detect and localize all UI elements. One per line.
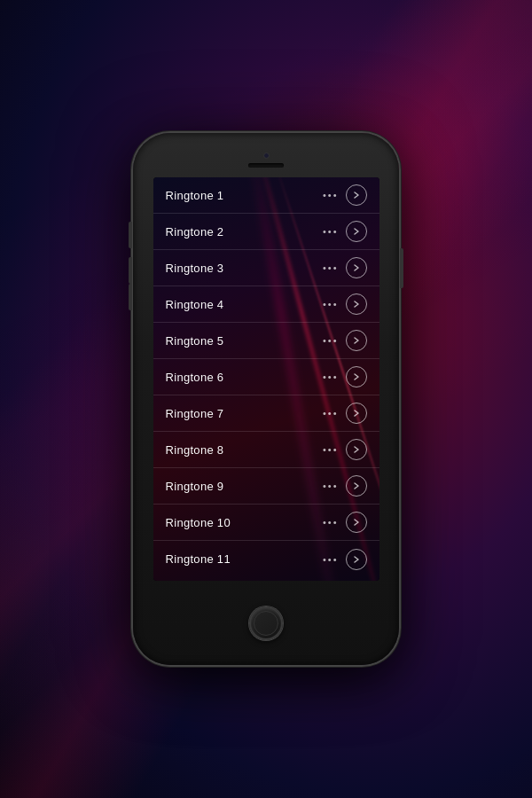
- list-item[interactable]: Ringtone 4•••: [153, 286, 379, 323]
- list-item[interactable]: Ringtone 11•••: [153, 541, 379, 577]
- ringtone-label: Ringtone 1: [166, 189, 224, 202]
- ringtone-label: Ringtone 8: [166, 443, 224, 457]
- list-item[interactable]: Ringtone 2•••: [153, 214, 379, 250]
- home-button[interactable]: [249, 606, 283, 640]
- item-right-controls: •••: [323, 475, 367, 497]
- more-dots-icon[interactable]: •••: [323, 262, 339, 273]
- play-button[interactable]: [346, 184, 367, 206]
- more-dots-icon[interactable]: •••: [323, 335, 339, 346]
- item-right-controls: •••: [323, 403, 367, 424]
- item-right-controls: •••: [323, 184, 367, 206]
- home-button-inner: [254, 611, 278, 636]
- item-right-controls: •••: [323, 257, 367, 278]
- ringtone-list: Ringtone 1••• Ringtone 2••• Ringtone 3••…: [153, 177, 379, 577]
- phone-top: [133, 133, 399, 177]
- more-dots-icon[interactable]: •••: [323, 444, 339, 455]
- ringtone-label: Ringtone 7: [166, 407, 224, 420]
- play-button[interactable]: [346, 549, 367, 570]
- phone-screen: Ringtone 1••• Ringtone 2••• Ringtone 3••…: [153, 177, 379, 581]
- list-item[interactable]: Ringtone 3•••: [153, 250, 379, 286]
- ringtone-label: Ringtone 2: [166, 225, 224, 239]
- more-dots-icon[interactable]: •••: [323, 372, 339, 382]
- camera-dot: [263, 153, 270, 159]
- item-right-controls: •••: [323, 330, 367, 351]
- speaker-slot: [248, 163, 284, 168]
- play-button[interactable]: [346, 475, 367, 497]
- play-button[interactable]: [346, 366, 367, 387]
- more-dots-icon[interactable]: •••: [323, 190, 339, 200]
- list-item[interactable]: Ringtone 8•••: [153, 432, 379, 468]
- ringtone-label: Ringtone 10: [166, 516, 231, 529]
- play-button[interactable]: [346, 257, 367, 278]
- more-dots-icon[interactable]: •••: [323, 226, 339, 237]
- play-button[interactable]: [346, 221, 367, 242]
- ringtone-label: Ringtone 6: [166, 371, 224, 384]
- item-right-controls: •••: [323, 366, 367, 387]
- item-right-controls: •••: [323, 549, 367, 570]
- more-dots-icon[interactable]: •••: [323, 299, 339, 309]
- ringtone-label: Ringtone 4: [166, 298, 224, 311]
- ringtone-label: Ringtone 11: [166, 552, 231, 566]
- ringtone-label: Ringtone 3: [166, 262, 224, 275]
- play-button[interactable]: [346, 439, 367, 460]
- ringtone-label: Ringtone 5: [166, 334, 224, 348]
- list-item[interactable]: Ringtone 7•••: [153, 395, 379, 432]
- list-item[interactable]: Ringtone 6•••: [153, 359, 379, 395]
- play-button[interactable]: [346, 330, 367, 351]
- item-right-controls: •••: [323, 439, 367, 460]
- play-button[interactable]: [346, 512, 367, 533]
- item-right-controls: •••: [323, 293, 367, 315]
- ringtone-label: Ringtone 9: [166, 480, 224, 493]
- item-right-controls: •••: [323, 512, 367, 533]
- more-dots-icon[interactable]: •••: [323, 408, 339, 419]
- list-item[interactable]: Ringtone 10•••: [153, 505, 379, 541]
- list-item[interactable]: Ringtone 9•••: [153, 468, 379, 505]
- play-button[interactable]: [346, 293, 367, 315]
- screen-background: Ringtone 1••• Ringtone 2••• Ringtone 3••…: [153, 177, 379, 581]
- item-right-controls: •••: [323, 221, 367, 242]
- more-dots-icon[interactable]: •••: [323, 481, 339, 491]
- more-dots-icon[interactable]: •••: [323, 517, 339, 528]
- phone-bottom: [133, 581, 399, 665]
- phone-device: Ringtone 1••• Ringtone 2••• Ringtone 3••…: [133, 133, 399, 665]
- more-dots-icon[interactable]: •••: [323, 554, 339, 565]
- list-item[interactable]: Ringtone 1•••: [153, 177, 379, 214]
- list-item[interactable]: Ringtone 5•••: [153, 323, 379, 359]
- play-button[interactable]: [346, 403, 367, 424]
